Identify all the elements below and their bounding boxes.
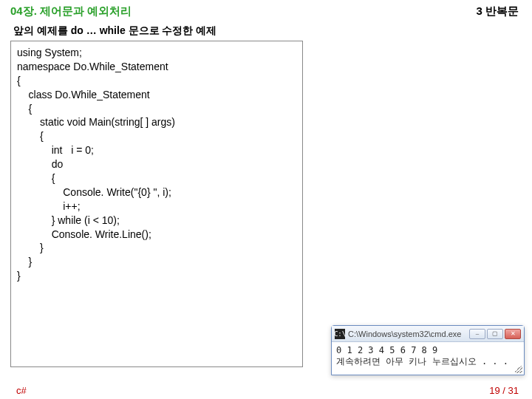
window-controls: – ▢ ✕ [469,329,521,339]
code-line: { [17,129,296,143]
code-line: } [17,269,296,283]
close-button[interactable]: ✕ [505,329,521,339]
code-line: static void Main(string[ ] args) [17,115,296,129]
chapter-title: 04장. 제어문과 예외처리 [10,4,132,18]
code-listing: using System; namespace Do.While_Stateme… [10,41,303,367]
code-line: int i = 0; [17,143,296,157]
console-window: C:\ C:\Windows\system32\cmd.exe – ▢ ✕ 0 … [331,325,525,375]
code-line: do [17,157,296,171]
code-line: class Do.While_Statement [17,88,296,102]
code-line: } [17,255,296,269]
console-output: 0 1 2 3 4 5 6 7 8 9 계속하려면 아무 키나 누르십시오 . … [332,342,524,375]
console-line: 0 1 2 3 4 5 6 7 8 9 [336,345,519,355]
console-line: 계속하려면 아무 키나 누르십시오 . . . [336,355,519,368]
code-line: Console. Write("{0} ", i); [17,185,296,200]
console-title: C:\Windows\system32\cmd.exe [348,330,469,338]
code-line: { [17,102,296,116]
code-line: } [17,241,296,255]
cmd-icon: C:\ [335,329,345,339]
resize-grip-icon[interactable] [515,366,522,373]
maximize-button[interactable]: ▢ [487,329,503,339]
example-subtitle: 앞의 예제를 do … while 문으로 수정한 예제 [0,20,532,41]
page-number: 19 / 31 [489,385,519,396]
code-line: namespace Do.While_Statement [17,60,296,74]
code-line: Console. Write.Line(); [17,228,296,242]
section-title: 3 반복문 [476,4,519,18]
code-line: { [17,171,296,185]
footer-left: c# [16,385,27,396]
code-line: using System; [17,46,296,60]
code-line: i++; [17,200,296,214]
console-titlebar[interactable]: C:\ C:\Windows\system32\cmd.exe – ▢ ✕ [332,326,524,342]
slide-header: 04장. 제어문과 예외처리 3 반복문 [0,0,532,20]
code-line: { [17,74,296,88]
code-line: } while (i < 10); [17,214,296,228]
slide-footer: c# 19 / 31 [0,385,532,396]
minimize-button[interactable]: – [469,329,485,339]
